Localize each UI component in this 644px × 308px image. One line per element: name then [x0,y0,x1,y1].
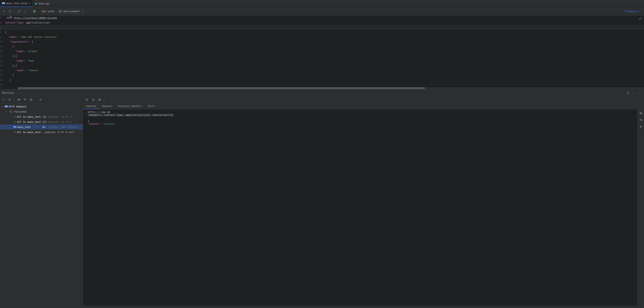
tree-row-result-4[interactable]: All in main_test [[passed: 8 of 8 test [0,130,83,135]
show-hidden-icon[interactable] [639,111,643,116]
svg-point-8 [628,92,628,93]
api-badge-icon: API [14,126,16,128]
convert-icon[interactable] [17,9,22,14]
console-horizontal-scrollbar[interactable]: › [83,306,644,308]
filter-icon[interactable] [23,98,27,102]
tree-row-result-selected[interactable]: API main_test | #2 Status: 200 (18 ms) [0,124,83,130]
line-number: 19 [0,83,6,86]
run-gutter-icon[interactable] [10,16,12,18]
chevron-down-icon: ▾ [2,105,4,108]
run-with-label: Run with: [42,10,55,13]
line-number: 18 [0,78,6,81]
run-all-icon[interactable] [32,9,37,14]
svg-point-11 [93,99,94,100]
hide-panel-icon[interactable] [638,91,642,95]
chevron-right-icon[interactable]: › [85,114,86,116]
show-passed-icon[interactable] [17,98,21,102]
console-output[interactable]: HTTP/1.1 200 OK › (Headers) …Content-Typ… [83,110,637,306]
history-icon[interactable] [8,9,12,14]
tree-row-finished[interactable]: ▾ Finished [0,109,83,114]
line-number: 5 [0,16,5,19]
svg-rect-6 [18,10,20,12]
tree-row-result-2[interactable]: All in main_test (2) [passed: 22 of 2 [0,119,83,124]
environment-select[interactable]: No Environment [57,9,85,14]
line-number: 7 [0,26,5,29]
tab-request[interactable]: Request [99,103,115,109]
http-toolbar: Run with: No Environment *Examples [0,7,644,16]
line-number: 9 [0,36,5,38]
chevron-down-icon [638,10,640,12]
tree-row-http-request[interactable]: ▾ API HTTP Request [0,104,83,109]
tab-main-go[interactable]: main.go [32,0,52,7]
output-line: { [85,120,635,122]
chevron-down-icon [81,10,83,12]
line-number: 13 [0,54,6,58]
line-number: 14 [0,59,6,62]
soft-wrap-icon[interactable] [639,118,643,122]
line-number: 16 [0,69,6,72]
editor-tab-bar: API main_test.http main.go ⋮ [0,0,644,7]
svg-point-13 [640,113,641,114]
target-icon[interactable] [626,91,630,95]
tab-main-test-http[interactable]: API main_test.http [0,0,32,7]
refresh-icon [9,110,13,114]
rerun-icon[interactable] [85,98,89,102]
tab-bar-more-icon[interactable]: ⋮ [636,2,644,5]
debug-icon[interactable] [91,98,96,102]
svg-rect-12 [99,99,100,100]
line-number: 6 [0,21,5,24]
export-icon[interactable] [29,98,33,102]
environment-value: No Environment [59,10,80,13]
line-number: 12 [0,50,6,53]
tree-row-result-1[interactable]: All in main_test (1) [passed: 21 of 2 [0,114,83,119]
services-more-icon[interactable]: ⋮ [630,91,638,95]
close-tab-icon[interactable] [29,2,30,4]
pass-icon [14,121,16,123]
line-number: 17 [0,74,6,76]
tab-response-handler[interactable]: Response Handler [115,103,145,109]
line-number: 15 [0,64,6,67]
console-more-icon[interactable]: ⋮ [108,98,115,102]
tab-tests[interactable]: Tests [145,103,158,109]
svg-point-9 [18,99,20,100]
chevron-right-icon[interactable]: › [642,305,643,308]
services-tree-pane: ⋮ ▾ API HTTP Request ▾ Finished [0,96,83,308]
line-number: 8 [0,31,5,34]
stop-icon[interactable] [98,98,102,102]
line-number: 11 [0,45,6,48]
console-pane: ⋮ Console Request Response Handler Tests… [83,96,644,308]
svg-point-7 [627,92,629,94]
pass-icon [14,116,16,118]
console-side-tools [637,110,644,306]
services-panel: Services ⋮ [0,89,644,308]
go-file-icon [35,2,38,5]
pass-icon [14,131,16,134]
services-title: Services [2,91,14,94]
svg-point-0 [35,3,37,4]
tab-label: main_test.http [6,2,27,5]
code-editor[interactable]: 5 POST http://localhost:8080/recipes 6Co… [0,16,644,89]
editor-horizontal-scrollbar[interactable] [18,87,644,89]
api-badge-icon: API [5,105,8,108]
api-file-icon: API [2,2,5,5]
chevron-down-icon: ▾ [5,110,8,113]
output-line: HTTP/1.1 200 OK [85,111,635,114]
line-number: 10 [0,40,6,43]
svg-point-3 [36,3,36,4]
add-service-icon[interactable] [38,98,42,102]
tree-more-icon[interactable]: ⋮ [74,98,82,102]
add-request-icon[interactable] [2,9,6,14]
output-line: (Headers) …Content-Type: application/jso… [88,114,174,116]
tab-label: main.go [39,2,49,5]
import-icon[interactable] [23,9,28,14]
close-all-icon[interactable] [8,98,12,102]
expand-collapse-icon[interactable] [2,98,6,102]
examples-link[interactable]: *Examples [624,10,642,13]
scroll-to-end-icon[interactable] [639,124,643,129]
tab-console[interactable]: Console [83,103,99,109]
